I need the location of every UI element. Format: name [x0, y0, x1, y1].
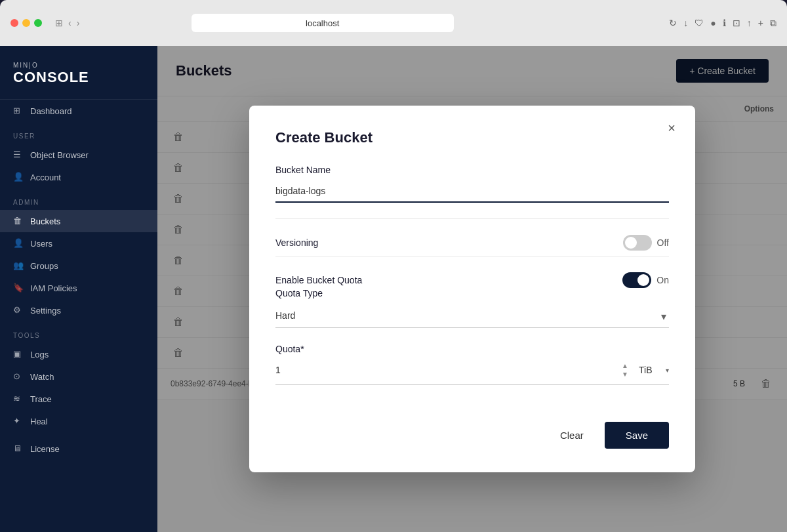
quota-enable-group: Enable Bucket Quota On — [275, 272, 669, 288]
sidebar-item-label: IAM Policies — [30, 283, 77, 293]
sidebar-logo: MIN|O CONSOLE — [0, 46, 157, 100]
sidebar-item-label: Logs — [30, 350, 49, 359]
modal-footer: Clear Save — [275, 409, 669, 449]
sidebar-item-trace[interactable]: ≋ Trace — [0, 388, 157, 410]
sidebar-item-label: Settings — [30, 306, 61, 316]
quota-value-label: Quota* — [275, 344, 669, 354]
save-button[interactable]: Save — [605, 422, 669, 449]
file-icon: ☰ — [13, 150, 24, 160]
versioning-label: Versioning — [275, 237, 318, 248]
traffic-lights — [10, 19, 42, 27]
sidebar-item-account[interactable]: 👤 Account — [0, 166, 157, 188]
quota-type-select-wrapper: Hard Soft ▾ — [275, 304, 669, 328]
versioning-toggle[interactable] — [623, 235, 652, 251]
quota-type-select[interactable]: Hard Soft — [275, 304, 669, 328]
main-content: Buckets + Create Bucket Options 🗑 🗑 🗑 🗑 … — [157, 46, 787, 532]
forward-icon[interactable]: › — [77, 18, 80, 28]
stepper-down-button[interactable]: ▼ — [619, 371, 631, 379]
browser-action-icons: ↻ ↓ 🛡 ● ℹ ⊡ ↑ + ⧉ — [669, 18, 777, 29]
quota-unit-select[interactable]: TiB GiB MiB KiB B — [639, 365, 666, 375]
sidebar-item-logs[interactable]: ▣ Logs — [0, 343, 157, 365]
users-icon: 👥 — [13, 260, 24, 271]
shield-icon[interactable]: 🛡 — [695, 18, 704, 29]
sidebar-item-buckets[interactable]: 🗑 Buckets — [0, 210, 157, 232]
maximize-traffic-light[interactable] — [34, 19, 42, 27]
browser-nav-icons: ⊞ ‹ › — [55, 18, 79, 28]
share-icon[interactable]: ↑ — [747, 18, 752, 29]
logo-min: MIN|O — [13, 62, 144, 69]
browser-chrome: ⊞ ‹ › localhost ↻ ↓ 🛡 ● ℹ ⊡ ↑ + ⧉ — [0, 0, 787, 46]
bucket-name-group: Bucket Name — [275, 165, 669, 203]
user-icon: 👤 — [13, 172, 24, 182]
address-bar[interactable]: localhost — [192, 14, 454, 32]
quota-unit-wrapper: TiB GiB MiB KiB B ▾ — [639, 365, 669, 375]
license-icon: 🖥 — [13, 443, 24, 454]
versioning-toggle-right: Off — [623, 235, 669, 251]
extension-icon[interactable]: ● — [710, 18, 716, 29]
bucket-name-input[interactable] — [275, 180, 669, 203]
logo-console: CONSOLE — [13, 69, 144, 86]
quota-enable-label: Enable Bucket Quota — [275, 275, 362, 285]
toggle-knob — [625, 237, 637, 249]
sidebar-item-license[interactable]: 🖥 License — [0, 438, 157, 460]
sidebar-item-settings[interactable]: ⚙ Settings — [0, 299, 157, 321]
quota-number-input[interactable] — [275, 359, 611, 380]
divider-quota — [275, 256, 669, 256]
new-tab-icon[interactable]: + — [758, 18, 763, 29]
logs-icon: ▣ — [13, 349, 24, 359]
quota-type-group: Quota Type Hard Soft ▾ — [275, 288, 669, 328]
sidebar-item-users[interactable]: 👤 Users — [0, 232, 157, 255]
divider-versioning — [275, 218, 669, 219]
stepper-up-button[interactable]: ▲ — [619, 362, 631, 370]
sidebar-item-label: Watch — [30, 372, 54, 382]
sidebar-item-iam-policies[interactable]: 🔖 IAM Policies — [0, 277, 157, 299]
app-container: MIN|O CONSOLE ⊞ Dashboard USER ☰ Object … — [0, 46, 787, 532]
close-traffic-light[interactable] — [10, 19, 18, 27]
clear-button[interactable]: Clear — [550, 422, 594, 449]
sidebar-item-label: Dashboard — [30, 106, 72, 116]
unit-chevron-down-icon: ▾ — [666, 367, 669, 374]
minimize-traffic-light[interactable] — [22, 19, 30, 27]
url-text: localhost — [306, 18, 339, 28]
quota-value-group: Quota* ▲ ▼ TiB GiB MiB KiB — [275, 344, 669, 385]
bookmark-icon[interactable]: ⊡ — [733, 18, 740, 29]
back-icon[interactable]: ‹ — [68, 18, 71, 28]
sidebar-item-object-browser[interactable]: ☰ Object Browser — [0, 144, 157, 166]
versioning-group: Versioning Off — [275, 235, 669, 251]
settings-icon: ⚙ — [13, 305, 24, 316]
quota-enable-toggle[interactable] — [622, 272, 651, 288]
sidebar-item-watch[interactable]: ⊙ Watch — [0, 365, 157, 388]
quota-status: On — [656, 275, 669, 285]
sidebar-item-label: Object Browser — [30, 150, 89, 160]
tabs-icon[interactable]: ⧉ — [770, 18, 777, 29]
create-bucket-modal: × Create Bucket Bucket Name Versioning — [249, 106, 695, 472]
sidebar-item-label: Heal — [30, 417, 48, 426]
sidebar-item-groups[interactable]: 👥 Groups — [0, 255, 157, 277]
bucket-name-label: Bucket Name — [275, 165, 669, 175]
refresh-icon[interactable]: ↻ — [669, 18, 677, 29]
trace-icon: ≋ — [13, 394, 24, 404]
user-single-icon: 👤 — [13, 238, 24, 249]
grid-icon: ⊞ — [13, 106, 24, 116]
sidebar: MIN|O CONSOLE ⊞ Dashboard USER ☰ Object … — [0, 46, 157, 532]
quota-toggle-right: On — [622, 272, 669, 288]
download-icon[interactable]: ↓ — [683, 18, 688, 29]
info-icon[interactable]: ℹ — [723, 18, 726, 29]
modal-close-button[interactable]: × — [661, 117, 682, 138]
modal-overlay: × Create Bucket Bucket Name Versioning — [157, 46, 787, 532]
bucket-icon: 🗑 — [13, 216, 24, 226]
modal-title: Create Bucket — [275, 129, 669, 146]
watch-icon: ⊙ — [13, 371, 24, 382]
sidebar-item-label: License — [30, 444, 60, 454]
quota-input-row: ▲ ▼ TiB GiB MiB KiB B ▾ — [275, 359, 669, 385]
versioning-status: Off — [657, 237, 669, 248]
sidebar-item-label: Buckets — [30, 216, 60, 226]
toggle-knob-quota — [637, 274, 649, 286]
sidebar-item-label: Trace — [30, 394, 52, 404]
sidebar-item-label: Groups — [30, 261, 58, 271]
quota-stepper: ▲ ▼ — [619, 362, 631, 379]
sidebar-toggle-icon[interactable]: ⊞ — [55, 18, 63, 28]
sidebar-item-dashboard[interactable]: ⊞ Dashboard — [0, 100, 157, 122]
sidebar-item-heal[interactable]: ✦ Heal — [0, 410, 157, 432]
sidebar-item-label: Users — [30, 239, 52, 249]
